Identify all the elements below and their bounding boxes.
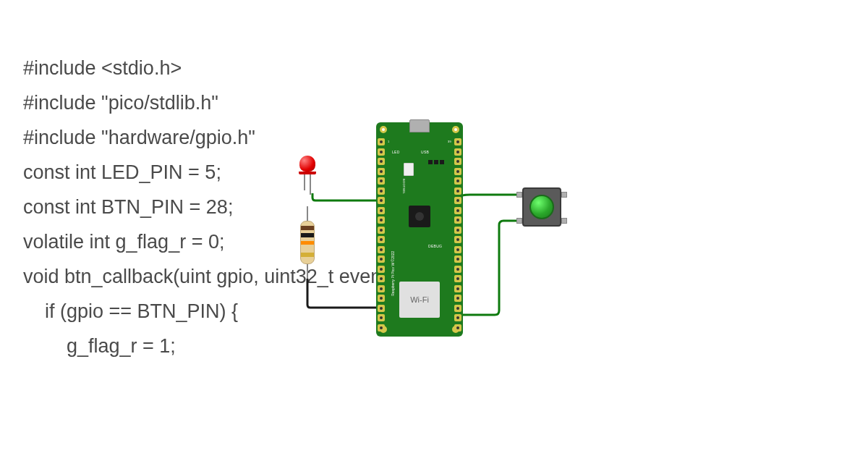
circuit-diagram[interactable]: Wi-Fi LED USB BOOTSEL DEBUG Raspberry Pi… bbox=[289, 119, 615, 358]
led-leg-icon bbox=[304, 174, 305, 190]
wifi-label: Wi-Fi bbox=[410, 295, 429, 304]
mounting-hole-icon bbox=[380, 126, 387, 133]
button-body-icon bbox=[522, 187, 561, 227]
small-components-icon bbox=[428, 160, 446, 173]
button-leg-icon bbox=[516, 218, 522, 224]
pin-1-label: 1 bbox=[388, 140, 390, 143]
led-bulb-icon bbox=[299, 156, 315, 172]
pin-header-right bbox=[454, 138, 461, 332]
code-line: #include <stdio.h> bbox=[23, 51, 415, 85]
board-label-led: LED bbox=[392, 150, 400, 154]
led-leg-icon bbox=[310, 174, 311, 195]
resistor-lead-icon bbox=[307, 206, 308, 221]
board-copyright: Raspberry Pi Pico W ©2022 bbox=[391, 251, 395, 296]
mounting-hole-icon bbox=[452, 126, 459, 133]
button-leg-icon bbox=[561, 218, 567, 224]
button-leg-icon bbox=[516, 192, 522, 198]
resistor-component[interactable] bbox=[300, 221, 315, 264]
board-label-usb: USB bbox=[421, 150, 429, 154]
led-base-icon bbox=[299, 172, 316, 174]
button-leg-icon bbox=[561, 192, 567, 198]
code-line: #include "pico/stdlib.h" bbox=[23, 85, 415, 120]
board-label-debug: DEBUG bbox=[428, 244, 442, 248]
board-label-bootsel: BOOTSEL bbox=[402, 179, 406, 194]
usb-connector-icon bbox=[409, 119, 430, 132]
pin-39-label: 39 bbox=[448, 140, 451, 143]
push-button-component[interactable] bbox=[516, 185, 567, 228]
button-cap-icon bbox=[529, 195, 554, 219]
bootsel-button-icon bbox=[404, 163, 414, 176]
resistor-lead-icon bbox=[307, 264, 308, 279]
rp2040-chip-icon bbox=[409, 206, 430, 227]
resistor-body-icon bbox=[300, 221, 315, 264]
wifi-module: Wi-Fi bbox=[399, 282, 440, 318]
led-component[interactable] bbox=[299, 156, 315, 180]
raspberry-pi-pico-w[interactable]: Wi-Fi LED USB BOOTSEL DEBUG Raspberry Pi… bbox=[376, 122, 463, 337]
pin-header-left bbox=[378, 138, 385, 332]
